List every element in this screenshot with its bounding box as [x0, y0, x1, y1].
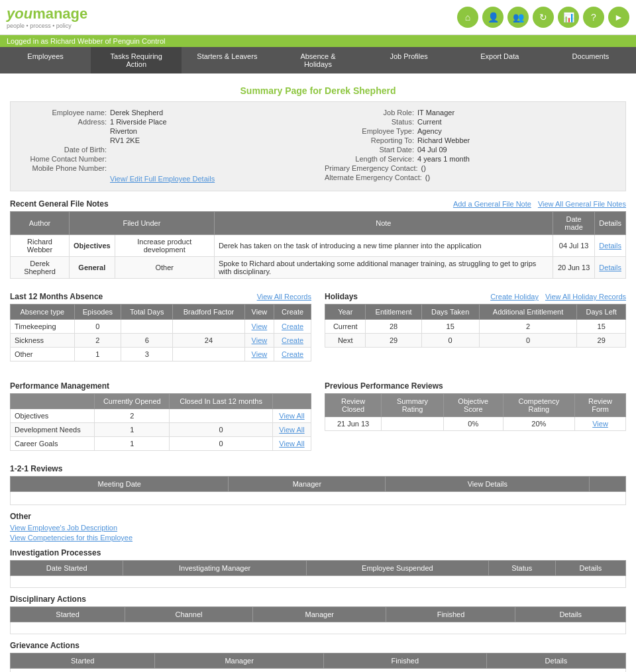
file-notes-header: Recent General File Notes Add a General … — [10, 199, 626, 209]
info-left: Employee name:Derek Shepherd Address:1 R… — [17, 109, 311, 184]
home-icon[interactable]: ⌂ — [457, 7, 478, 28]
col-date: Date made — [553, 212, 594, 235]
login-text: Logged in as Richard Webber of Penguin C… — [7, 37, 166, 45]
view-all-file-notes-link[interactable]: View All General File Notes — [538, 200, 626, 208]
refresh-icon[interactable]: ↻ — [533, 7, 554, 28]
other-title: Other — [10, 512, 31, 521]
table-row: Career Goals 1 0 View All — [11, 437, 311, 451]
logo-sub: people • process • policy — [7, 23, 87, 29]
help-icon[interactable]: ? — [583, 7, 604, 28]
abs-col-4: View — [244, 305, 274, 320]
fn-details-1[interactable]: Details — [595, 257, 626, 279]
pp-col-2: Objective Score — [443, 394, 503, 417]
other-links: View Employee's Job Description View Com… — [10, 524, 626, 542]
address-label: Address: — [17, 118, 110, 126]
inv-col-3: Status — [488, 561, 555, 576]
name-value: Derek Shepherd — [110, 109, 163, 117]
dob-label: Date of Birth: — [17, 146, 110, 154]
fn-author-1: Derek Shepherd — [11, 257, 70, 279]
address-postcode: RV1 2KE — [110, 136, 140, 144]
fn-author-0: Richard Webber — [11, 235, 70, 257]
address-city: Riverton — [110, 127, 137, 135]
forward-icon[interactable]: ► — [608, 7, 629, 28]
person-icon[interactable]: 👤 — [482, 7, 504, 28]
nav-starters[interactable]: Starters & Leavers — [182, 47, 272, 73]
investigation-table: Date Started Investigating Manager Emplo… — [10, 560, 626, 588]
disciplinary-table: Started Channel Manager Finished Details — [10, 606, 626, 634]
file-notes-table: Author Filed Under Note Date made Detail… — [10, 211, 626, 279]
name-label: Employee name: — [17, 109, 110, 117]
reporting-value: Richard Webber — [417, 136, 470, 144]
table-row: Timekeeping 0 View Create — [11, 320, 311, 334]
gri-col-1: Manager — [155, 653, 323, 669]
hol-col-3: Additional Entitlement — [479, 305, 577, 320]
performance-title: Performance Management — [10, 381, 109, 391]
length-value: 4 years 1 month — [417, 155, 470, 163]
table-row: Objectives 2 View All — [11, 409, 311, 423]
absence-section: Last 12 Months Absence View All Records … — [10, 285, 311, 368]
info-right: Job Role:IT Manager Status:Current Emplo… — [325, 109, 619, 184]
dis-col-1: Channel — [125, 607, 253, 622]
abs-col-3: Bradford Factor — [173, 305, 244, 320]
pp-col-3: Competency Rating — [503, 394, 574, 417]
table-row — [11, 492, 626, 505]
job-role-label: Job Role: — [325, 109, 417, 117]
competencies-link[interactable]: View Competencies for this Employee — [10, 534, 626, 542]
gri-col-0: Started — [11, 653, 155, 669]
create-holiday-link[interactable]: Create Holiday — [490, 293, 539, 301]
table-row: Richard Webber Objectives Increase produ… — [11, 235, 626, 257]
abs-col-0: Absence type — [11, 305, 75, 320]
nav-jobs[interactable]: Job Profiles — [364, 47, 454, 73]
hol-col-0: Year — [325, 305, 366, 320]
investigation-title: Investigation Processes — [10, 548, 101, 557]
view-edit-link[interactable]: View/ Edit Full Employee Details — [110, 175, 215, 183]
table-row: Derek Shepherd General Other Spoke to Ri… — [11, 257, 626, 279]
primary-emergency-value: () — [421, 164, 426, 172]
nav-tasks[interactable]: Tasks Requiring Action — [91, 47, 182, 73]
reviews-title: 1-2-1 Reviews — [10, 464, 62, 473]
absence-header: Last 12 Months Absence View All Records — [10, 292, 311, 301]
people-icon[interactable]: 👥 — [507, 7, 529, 28]
grievance-header: Grievance Actions — [10, 641, 626, 650]
reviews-table: Meeting Date Manager View Details — [10, 476, 626, 505]
view-all-absence-link[interactable]: View All Records — [257, 293, 311, 301]
table-row: Development Needs 1 0 View All — [11, 423, 311, 437]
add-file-note-link[interactable]: Add a General File Note — [453, 200, 531, 208]
view-all-holidays-link[interactable]: View All Holiday Records — [545, 293, 626, 301]
header-nav-icons: ⌂ 👤 👥 ↻ 📊 ? ► — [457, 7, 629, 28]
job-description-link[interactable]: View Employee's Job Description — [10, 524, 626, 532]
table-row — [11, 669, 626, 673]
alt-emergency-label: Alternate Emergency Contact: — [325, 173, 425, 181]
disciplinary-title: Disciplinary Actions — [10, 595, 86, 604]
table-row: 21 Jun 13 0% 20% View — [325, 417, 626, 431]
inv-col-2: Employee Suspended — [306, 561, 488, 576]
table-row: Sickness 2 6 24 View Create — [11, 334, 311, 348]
table-row: Current 28 15 2 15 — [325, 320, 626, 334]
holidays-header: Holidays Create Holiday View All Holiday… — [325, 292, 626, 301]
hol-col-4: Days Left — [577, 305, 626, 320]
absence-holidays-row: Last 12 Months Absence View All Records … — [10, 285, 626, 368]
logo: youmanage people • process • policy — [7, 5, 87, 29]
nav-absence[interactable]: Absence & Holidays — [272, 47, 363, 73]
table-row: Other 1 3 View Create — [11, 348, 311, 361]
fn-filed-0: Objectives — [70, 235, 115, 257]
chart-icon[interactable]: 📊 — [558, 7, 579, 28]
mobile-label: Mobile Phone Number: — [17, 164, 110, 172]
perf-col-1: Currently Opened — [95, 394, 170, 409]
nav-documents[interactable]: Documents — [545, 47, 636, 73]
hol-col-1: Entitlement — [366, 305, 421, 320]
fn-details-0[interactable]: Details — [595, 235, 626, 257]
performance-section: Performance Management Currently Opened … — [10, 375, 311, 457]
gri-col-2: Finished — [323, 653, 486, 669]
nav-export[interactable]: Export Data — [454, 47, 545, 73]
home-contact-label: Home Contact Number: — [17, 155, 110, 163]
nav-employees[interactable]: Employees — [0, 47, 91, 73]
fn-sub-0: Increase product development — [115, 235, 214, 257]
performance-row: Performance Management Currently Opened … — [10, 375, 626, 457]
disciplinary-header: Disciplinary Actions — [10, 595, 626, 604]
start-date-label: Start Date: — [325, 146, 417, 154]
fn-date-0: 04 Jul 13 — [553, 235, 594, 257]
dis-col-0: Started — [11, 607, 125, 622]
rev-col-0: Meeting Date — [11, 477, 229, 492]
inv-col-1: Investigating Manager — [123, 561, 306, 576]
